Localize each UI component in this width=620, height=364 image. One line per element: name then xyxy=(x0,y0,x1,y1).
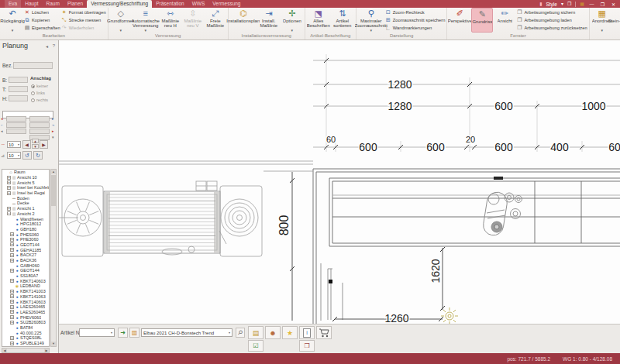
format-paint-button[interactable]: ✦Format übertragen xyxy=(61,9,106,16)
corner-left-icon[interactable]: ⌐ xyxy=(1,122,3,128)
undo-button[interactable]: ↶ Rückgängig ▾ xyxy=(2,8,23,33)
tree-vertical-scrollbar[interactable]: ▲ ▼ xyxy=(50,169,57,347)
catalog-select[interactable]: Elbau 2021 CH-D-Bonstech Trend▾ xyxy=(141,328,232,337)
tree-item[interactable]: GEOT144 xyxy=(2,242,49,248)
expander-icon[interactable] xyxy=(10,290,14,294)
auto-dimension-button[interactable]: ≡ Automatische Vermessung ▾ xyxy=(133,8,159,33)
tree-item[interactable]: GEHA1185 xyxy=(2,247,49,252)
rotate-ccw-button[interactable]: ↺ xyxy=(22,151,32,160)
tree-item[interactable]: LEDBAND xyxy=(2,283,49,289)
expander-icon[interactable] xyxy=(10,279,14,283)
copy-button[interactable]: ⧉Kopieren xyxy=(24,16,60,24)
dimension-v-button[interactable]: ⇳ Maßlinie neu V xyxy=(182,8,204,33)
perspektive-button[interactable]: ✐ Perspektive xyxy=(449,8,470,33)
place-button-3[interactable] xyxy=(6,122,26,128)
wall-right-icon[interactable]: ▸ xyxy=(52,129,54,134)
hoehe-field[interactable] xyxy=(9,95,28,101)
tree-item[interactable]: KBKT140603 xyxy=(2,278,49,283)
rotate-step-input[interactable]: 10▾ xyxy=(7,152,21,159)
tree-item-raum[interactable]: Raum xyxy=(2,170,49,175)
article-info-button[interactable]: i xyxy=(299,326,315,339)
wandmarkierungen-button[interactable]: ∟Wandmarkierungen xyxy=(385,24,446,32)
dimension-h-button[interactable]: ⇿ Maßlinie neu H xyxy=(160,8,181,33)
expander-icon[interactable] xyxy=(10,253,14,257)
insert-article-button[interactable]: ➜ xyxy=(118,328,128,338)
tree-item[interactable]: PHES060 xyxy=(2,232,49,237)
favorites-button[interactable]: ★ xyxy=(282,326,298,339)
tree-item[interactable]: Boden xyxy=(2,195,49,201)
expander-icon[interactable] xyxy=(7,211,11,215)
tree-item[interactable]: Insel bei Kochfeld xyxy=(2,185,49,191)
anschlag-option-keiner[interactable]: keiner xyxy=(31,84,48,88)
expander-icon[interactable] xyxy=(10,259,14,263)
expander-icon[interactable] xyxy=(10,248,14,252)
scroll-left-icon[interactable]: ◀ xyxy=(2,349,7,352)
more-placement-icon[interactable]: ▾ xyxy=(52,135,54,140)
tree-item[interactable]: KBKT140603 xyxy=(2,299,49,304)
tree-item[interactable]: BACK36 xyxy=(2,258,49,263)
align-left-icon[interactable]: ◂ xyxy=(1,116,3,122)
tab-praesentation[interactable]: Präsentation xyxy=(152,0,188,8)
expander-icon[interactable] xyxy=(10,342,14,345)
properties-button[interactable]: ▤Eigenschaften xyxy=(24,24,60,32)
breite-field[interactable] xyxy=(9,77,28,83)
tab-vermessung[interactable]: Vermessung xyxy=(208,0,244,8)
chevron-down-icon[interactable]: ▾ xyxy=(561,0,563,8)
restore-button[interactable]: ❐ xyxy=(599,2,606,7)
shopping-cart-button[interactable] xyxy=(316,326,332,339)
expander-icon[interactable] xyxy=(10,321,14,325)
expander-icon[interactable] xyxy=(10,242,14,246)
nudge-left-button[interactable]: ◀ xyxy=(22,140,31,149)
rotate-cw-button[interactable]: ↻ xyxy=(33,151,43,160)
close-button[interactable]: ✕ xyxy=(610,2,617,7)
tree-horizontal-scrollbar[interactable]: ◀ ▶ xyxy=(2,348,50,353)
tab-vermessung-beschriftung[interactable]: Vermessung/Beschriftung xyxy=(87,0,152,8)
tab-haupt[interactable]: Haupt xyxy=(21,0,42,8)
tree-item[interactable]: LAES260465 xyxy=(2,310,49,315)
panel-collapse-icon[interactable]: ◂ xyxy=(46,43,48,49)
tree-item[interactable]: Ansicht 1 xyxy=(2,206,49,211)
expander-icon[interactable] xyxy=(10,310,14,314)
tree-item[interactable]: KBKT141003 xyxy=(2,289,49,294)
arbeitsumgebung-laden-button[interactable]: ❐Arbeitsumgebung laden xyxy=(516,16,587,24)
tree-item[interactable]: GBH180 xyxy=(2,227,49,232)
expander-icon[interactable] xyxy=(10,269,14,273)
tree-item[interactable]: PHE3060 xyxy=(2,237,49,242)
expander-icon[interactable] xyxy=(10,300,14,304)
tree-item[interactable]: SS180A7 xyxy=(2,273,49,279)
corner-right-icon[interactable]: ¬ xyxy=(52,122,54,128)
grundriss-button[interactable]: ✎ Grundriss xyxy=(471,8,493,33)
move-step-input[interactable]: 10▾ xyxy=(7,141,21,148)
tree-item[interactable]: SPUBLE149 xyxy=(2,341,49,346)
expander-icon[interactable] xyxy=(7,186,11,190)
place-button-5[interactable] xyxy=(6,129,26,134)
tree-item[interactable]: 40.000.225 xyxy=(2,330,49,335)
expander-icon[interactable] xyxy=(10,336,14,340)
tree-item[interactable]: Decke xyxy=(2,201,49,206)
article-tool-button[interactable]: ▥ xyxy=(129,328,140,338)
panel-help-icon[interactable]: ? xyxy=(53,43,55,48)
grundformen-button[interactable]: ◇ Grundformen ▾ xyxy=(110,8,132,33)
align-right-icon[interactable]: ▸ xyxy=(52,116,54,122)
measure-distance-button[interactable]: ⤡Strecke messen xyxy=(61,16,106,24)
catalog-book-button[interactable]: ❒ xyxy=(299,340,315,352)
tree-item[interactable]: Wandfliesen xyxy=(2,216,49,221)
scrollbar-thumb[interactable] xyxy=(51,175,56,206)
pin-button[interactable]: ⚲ xyxy=(236,328,245,338)
redo-button[interactable]: ↷Wiederholen xyxy=(61,24,106,32)
place-button-6[interactable] xyxy=(29,129,50,134)
installationsplan-button[interactable]: ⌬ Installationsplan xyxy=(230,8,257,33)
tab-planen[interactable]: Planen xyxy=(64,0,87,8)
tree-item[interactable]: SU2B260803 xyxy=(2,320,49,325)
tiefe-field[interactable] xyxy=(9,86,28,92)
minimize-button[interactable]: — xyxy=(588,2,595,6)
tree-item[interactable]: STQES08L xyxy=(2,335,49,341)
wall-left-icon[interactable]: ◂ xyxy=(1,129,3,134)
tree-item[interactable]: Insel bei Regal xyxy=(2,191,49,196)
free-dimension-button[interactable]: ⤢ Freie Maßlinie xyxy=(205,8,226,33)
nudge-down-button[interactable]: ▼ xyxy=(32,144,39,149)
nudge-up-button[interactable]: ▲ xyxy=(32,139,39,143)
expander-icon[interactable] xyxy=(7,176,11,180)
artikel-nr-input[interactable]: ▾ xyxy=(79,328,115,337)
tree-item[interactable]: Ansicht 10 xyxy=(2,175,49,180)
